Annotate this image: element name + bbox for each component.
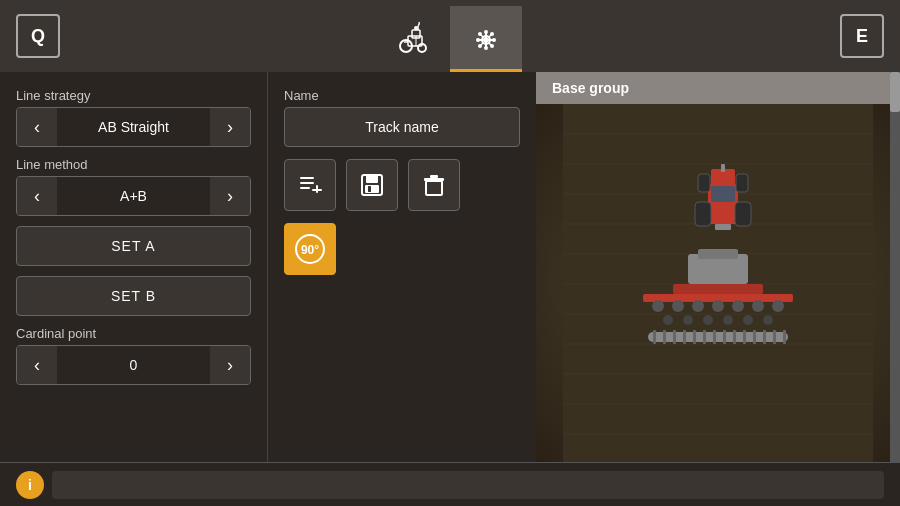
svg-rect-78	[648, 332, 788, 342]
line-strategy-stepper: ‹ AB Straight ›	[16, 107, 251, 147]
farm-scene	[536, 104, 900, 462]
svg-rect-89	[753, 330, 756, 344]
svg-rect-28	[365, 185, 379, 193]
svg-rect-54	[695, 202, 711, 226]
tractor-icon	[396, 20, 432, 56]
track-name-input[interactable]: Track name	[284, 107, 520, 147]
cardinal-prev[interactable]: ‹	[17, 345, 57, 385]
svg-rect-81	[673, 330, 676, 344]
line-strategy-value: AB Straight	[57, 119, 210, 135]
svg-point-66	[672, 300, 684, 312]
svg-rect-32	[430, 175, 438, 178]
cardinal-next[interactable]: ›	[210, 345, 250, 385]
left-panel: Line strategy ‹ AB Straight › Line metho…	[0, 72, 268, 462]
svg-point-67	[692, 300, 704, 312]
svg-rect-60	[711, 186, 735, 202]
save-icon	[358, 171, 386, 199]
line-method-prev[interactable]: ‹	[17, 176, 57, 216]
line-strategy-next[interactable]: ›	[210, 107, 250, 147]
name-label: Name	[284, 88, 520, 103]
svg-point-12	[492, 38, 496, 42]
scrollbar-thumb[interactable]	[890, 72, 900, 112]
svg-rect-91	[773, 330, 776, 344]
line-method-next[interactable]: ›	[210, 176, 250, 216]
svg-rect-90	[763, 330, 766, 344]
svg-point-13	[484, 30, 488, 34]
header: Q	[0, 0, 900, 72]
svg-point-71	[772, 300, 784, 312]
svg-point-73	[683, 315, 693, 325]
svg-point-74	[703, 315, 713, 325]
angle-row: 90°	[284, 223, 520, 275]
line-method-stepper: ‹ A+B ›	[16, 176, 251, 216]
info-icon: i	[28, 477, 32, 493]
footer-info-bar	[52, 471, 884, 499]
add-list-button[interactable]	[284, 159, 336, 211]
svg-point-69	[732, 300, 744, 312]
cardinal-point-label: Cardinal point	[16, 326, 251, 341]
svg-point-7	[414, 26, 418, 30]
svg-rect-55	[735, 202, 751, 226]
svg-rect-80	[663, 330, 666, 344]
right-panel: Base group	[536, 72, 900, 462]
delete-icon	[420, 171, 448, 199]
svg-point-77	[763, 315, 773, 325]
set-b-button[interactable]: SET B	[16, 276, 251, 316]
cardinal-point-stepper: ‹ 0 ›	[16, 345, 251, 385]
svg-point-68	[712, 300, 724, 312]
e-button[interactable]: E	[840, 14, 884, 58]
set-a-button[interactable]: SET A	[16, 226, 251, 266]
add-list-icon	[296, 171, 324, 199]
svg-rect-79	[653, 330, 656, 344]
svg-point-75	[723, 315, 733, 325]
line-method-label: Line method	[16, 157, 251, 172]
svg-rect-25	[312, 189, 322, 191]
settings-icon	[468, 20, 504, 56]
svg-point-70	[752, 300, 764, 312]
svg-rect-84	[703, 330, 706, 344]
farm-background	[536, 104, 900, 462]
svg-point-20	[478, 44, 482, 48]
footer: i	[0, 462, 900, 506]
delete-button[interactable]	[408, 159, 460, 211]
tab-settings[interactable]	[450, 6, 522, 72]
header-tabs	[378, 6, 522, 72]
base-group-header: Base group	[536, 72, 900, 104]
svg-point-11	[476, 38, 480, 42]
line-method-section: Line method ‹ A+B ›	[16, 157, 251, 216]
svg-rect-27	[366, 175, 378, 183]
angle-button[interactable]: 90°	[284, 223, 336, 275]
svg-rect-31	[424, 178, 444, 181]
tab-tractor[interactable]	[378, 6, 450, 72]
save-button[interactable]	[346, 159, 398, 211]
scrollbar[interactable]	[890, 72, 900, 462]
q-button[interactable]: Q	[16, 14, 60, 58]
angle-icon: 90°	[292, 231, 328, 267]
svg-rect-88	[743, 330, 746, 344]
svg-point-72	[663, 315, 673, 325]
line-strategy-section: Line strategy ‹ AB Straight ›	[16, 88, 251, 147]
svg-rect-21	[300, 177, 314, 179]
svg-point-17	[478, 32, 482, 36]
svg-rect-85	[713, 330, 716, 344]
cardinal-point-section: Cardinal point ‹ 0 ›	[16, 326, 251, 385]
svg-point-14	[484, 46, 488, 50]
svg-text:90°: 90°	[301, 243, 319, 257]
cardinal-value: 0	[57, 357, 210, 373]
info-badge[interactable]: i	[16, 471, 44, 499]
svg-rect-62	[715, 224, 731, 230]
svg-rect-82	[683, 330, 686, 344]
line-method-value: A+B	[57, 188, 210, 204]
svg-rect-61	[721, 164, 725, 172]
svg-rect-92	[783, 330, 786, 344]
svg-rect-52	[698, 174, 710, 192]
svg-rect-83	[693, 330, 696, 344]
svg-point-65	[652, 300, 664, 312]
svg-rect-87	[733, 330, 736, 344]
svg-point-76	[743, 315, 753, 325]
svg-rect-23	[300, 187, 310, 189]
action-icon-row	[284, 159, 520, 211]
svg-rect-29	[368, 186, 371, 192]
name-section: Name Track name	[284, 88, 520, 147]
line-strategy-prev[interactable]: ‹	[17, 107, 57, 147]
